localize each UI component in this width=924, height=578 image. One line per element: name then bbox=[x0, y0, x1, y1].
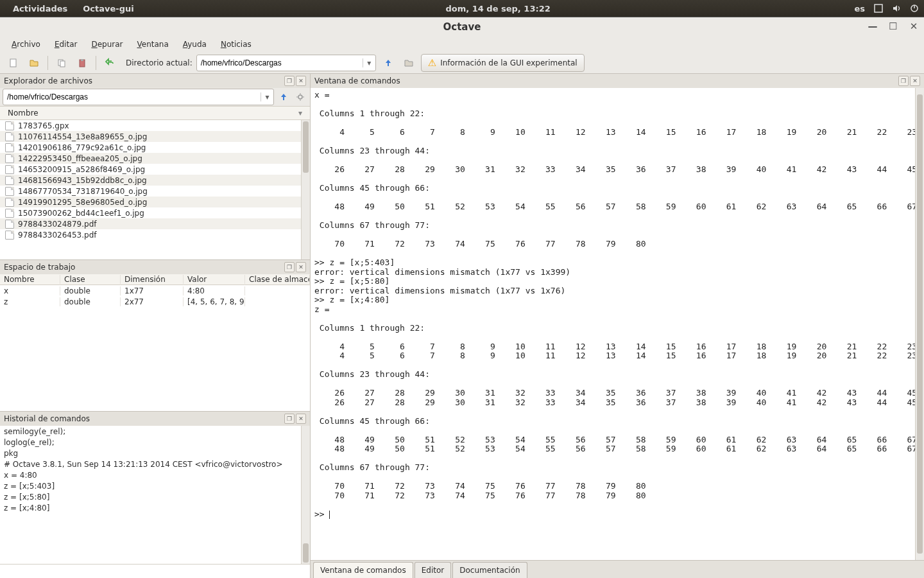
file-row[interactable]: 9788433026453.pdf bbox=[0, 229, 310, 240]
gnome-topbar: Actividades Octave-gui dom, 14 de sep, 1… bbox=[0, 0, 924, 17]
ws-col-store[interactable]: Clase de almace bbox=[245, 275, 310, 284]
file-name: 9788433024879.pdf bbox=[18, 220, 97, 229]
undo-button[interactable] bbox=[101, 55, 118, 71]
file-col-sort-icon[interactable]: ▾ bbox=[298, 109, 302, 118]
scrollbar-thumb[interactable] bbox=[303, 121, 309, 173]
pane-undock-button[interactable]: ❐ bbox=[898, 76, 909, 86]
file-name: 14201906186_779c92a61c_o.jpg bbox=[18, 143, 146, 152]
experimental-gui-button[interactable]: ⚠ Información de la GUI experimental bbox=[421, 54, 585, 72]
file-row[interactable]: 14867770534_7318719640_o.jpg bbox=[0, 186, 310, 197]
history-item[interactable]: loglog(e_rel); bbox=[0, 437, 310, 448]
file-row[interactable]: 15073900262_bd44c1eef1_o.jpg bbox=[0, 207, 310, 218]
close-button[interactable]: ✕ bbox=[907, 20, 920, 33]
file-row[interactable]: 14919901295_58e96805ed_o.jpg bbox=[0, 197, 310, 207]
menu-ayuda[interactable]: Ayuda bbox=[176, 38, 213, 51]
scrollbar[interactable] bbox=[301, 426, 310, 564]
history-list[interactable]: semilogy(e_rel);loglog(e_rel);pkg# Octav… bbox=[0, 426, 310, 564]
svg-rect-0 bbox=[875, 4, 882, 12]
clock[interactable]: dom, 14 de sep, 13:22 bbox=[438, 4, 558, 13]
ws-col-val[interactable]: Valor bbox=[184, 275, 245, 284]
menu-ventana[interactable]: Ventana bbox=[131, 38, 175, 51]
ws-col-dim[interactable]: Dimensión bbox=[121, 275, 184, 284]
file-name: 15073900262_bd44c1eef1_o.jpg bbox=[18, 209, 144, 218]
tab-documentation[interactable]: Documentación bbox=[452, 562, 527, 578]
history-filter-input[interactable] bbox=[0, 564, 310, 578]
new-file-button[interactable] bbox=[5, 55, 22, 71]
file-icon bbox=[5, 209, 14, 218]
file-icon bbox=[5, 220, 14, 229]
history-pane: Historial de comandos ❐ ✕ semilogy(e_rel… bbox=[0, 412, 310, 578]
cwd-label: Directorio actual: bbox=[126, 58, 193, 67]
pane-undock-button[interactable]: ❐ bbox=[284, 76, 295, 86]
scrollbar[interactable] bbox=[301, 120, 310, 259]
pane-undock-button[interactable]: ❐ bbox=[284, 262, 295, 272]
file-icon bbox=[5, 121, 14, 130]
volume-icon[interactable] bbox=[892, 4, 901, 13]
menu-archivo[interactable]: Archivo bbox=[5, 38, 47, 51]
open-file-button[interactable] bbox=[26, 55, 42, 71]
history-item[interactable]: semilogy(e_rel); bbox=[0, 426, 310, 437]
file-explorer-pane: Explorador de archivos ❐ ✕ ▾ Nombre ▾ bbox=[0, 74, 310, 260]
menu-editar[interactable]: Editar bbox=[48, 38, 84, 51]
workspace-row[interactable]: xdouble1x774:80 bbox=[0, 285, 310, 296]
pane-close-button[interactable]: ✕ bbox=[296, 414, 306, 424]
svg-point-8 bbox=[298, 95, 302, 99]
ws-col-name[interactable]: Nombre bbox=[0, 275, 60, 284]
scrollbar-thumb[interactable] bbox=[917, 94, 923, 554]
cwd-up-button[interactable] bbox=[380, 55, 397, 71]
titlebar: Octave — ☐ ✕ bbox=[0, 17, 924, 37]
history-item[interactable]: x = 4:80 bbox=[0, 469, 310, 480]
workspace-table[interactable]: Nombre Clase Dimensión Valor Clase de al… bbox=[0, 274, 310, 411]
file-gear-button[interactable] bbox=[293, 90, 307, 104]
history-item[interactable]: z = [x;5:403] bbox=[0, 480, 310, 491]
keyboard-layout-indicator[interactable]: es bbox=[854, 4, 865, 13]
file-up-button[interactable] bbox=[277, 90, 291, 104]
history-item[interactable]: z = [x;4:80] bbox=[0, 502, 310, 513]
scrollbar-thumb[interactable] bbox=[303, 543, 309, 563]
file-row[interactable]: 1783765.gpx bbox=[0, 120, 310, 131]
file-path-combo[interactable]: ▾ bbox=[3, 89, 274, 105]
copy-button[interactable] bbox=[53, 55, 70, 71]
activities-button[interactable]: Actividades bbox=[5, 4, 75, 13]
history-item[interactable]: # Octave 3.8.1, Sun Sep 14 13:21:13 2014… bbox=[0, 459, 310, 469]
file-row[interactable]: 9788433024879.pdf bbox=[0, 218, 310, 229]
file-row[interactable]: 11076114554_13e8a89655_o.jpg bbox=[0, 131, 310, 142]
file-name: 14919901295_58e96805ed_o.jpg bbox=[18, 198, 147, 207]
tab-command-window[interactable]: Ventana de comandos bbox=[313, 562, 413, 578]
menu-noticias[interactable]: Noticias bbox=[214, 38, 258, 51]
pane-close-button[interactable]: ✕ bbox=[296, 76, 306, 86]
file-row[interactable]: 14201906186_779c92a61c_o.jpg bbox=[0, 142, 310, 153]
workspace-row[interactable]: zdouble2x77[4, 5, 6, 7, 8, 9, 10,... bbox=[0, 296, 310, 307]
file-path-input[interactable] bbox=[3, 92, 261, 101]
cwd-input[interactable] bbox=[197, 58, 363, 67]
paste-button[interactable] bbox=[74, 55, 90, 71]
history-item[interactable]: pkg bbox=[0, 448, 310, 459]
scrollbar[interactable] bbox=[915, 88, 924, 560]
power-icon[interactable] bbox=[910, 4, 919, 13]
file-path-dropdown-icon[interactable]: ▾ bbox=[261, 92, 273, 101]
pane-close-button[interactable]: ✕ bbox=[296, 262, 306, 272]
file-row[interactable]: 14653200915_a5286f8469_o.jpg bbox=[0, 164, 310, 175]
menu-depurar[interactable]: Depurar bbox=[85, 38, 129, 51]
ws-col-class[interactable]: Clase bbox=[60, 275, 121, 284]
history-item[interactable]: z = [x;5:80] bbox=[0, 491, 310, 502]
file-col-name[interactable]: Nombre bbox=[8, 109, 298, 118]
command-console[interactable]: x = Columns 1 through 22: 4 5 6 7 8 9 10… bbox=[311, 88, 924, 560]
a11y-icon[interactable] bbox=[874, 4, 883, 13]
file-name: 14867770534_7318719640_o.jpg bbox=[18, 187, 148, 196]
pane-undock-button[interactable]: ❐ bbox=[284, 414, 295, 424]
file-row[interactable]: 14681566943_15b92ddb8c_o.jpg bbox=[0, 175, 310, 186]
cwd-combo[interactable]: ▾ bbox=[196, 55, 376, 71]
tab-editor[interactable]: Editor bbox=[415, 562, 452, 578]
minimize-button[interactable]: — bbox=[866, 20, 879, 33]
pane-close-button[interactable]: ✕ bbox=[910, 76, 920, 86]
file-icon bbox=[5, 187, 14, 196]
file-row[interactable]: 14222953450_ffbeaea205_o.jpg bbox=[0, 153, 310, 164]
file-name: 9788433026453.pdf bbox=[18, 231, 97, 240]
file-list[interactable]: 1783765.gpx11076114554_13e8a89655_o.jpg1… bbox=[0, 120, 310, 259]
workspace-pane: Espacio de trabajo ❐ ✕ Nombre Clase Dime… bbox=[0, 260, 310, 412]
cwd-browse-button[interactable] bbox=[400, 55, 417, 71]
app-menu[interactable]: Octave-gui bbox=[75, 4, 141, 13]
maximize-button[interactable]: ☐ bbox=[887, 20, 900, 33]
cwd-dropdown-icon[interactable]: ▾ bbox=[363, 58, 375, 67]
